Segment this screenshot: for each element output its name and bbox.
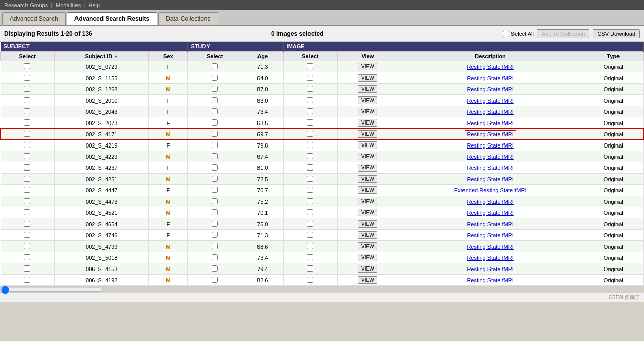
description-cell[interactable]: Resting State fMRI [398,151,583,162]
image-select-checkbox[interactable] [307,176,313,182]
description-link[interactable]: Resting State fMRI [467,109,513,115]
subject-select-cell[interactable] [1,207,55,218]
image-select-checkbox[interactable] [307,75,313,81]
image-select-checkbox[interactable] [307,277,313,283]
view-button[interactable]: VIEW [358,231,377,239]
image-select-cell[interactable] [283,162,337,174]
view-button[interactable]: VIEW [358,85,377,93]
description-link[interactable]: Resting State fMRI [467,199,513,205]
description-link[interactable]: Extended Resting State fMRI [454,187,527,193]
study-select-cell[interactable] [188,275,242,286]
subject-select-cell[interactable] [1,241,55,252]
subject-select-checkbox[interactable] [24,221,30,227]
subject-select-cell[interactable] [1,218,55,230]
csv-download-button[interactable]: CSV Download [593,29,640,38]
view-cell[interactable]: VIEW [338,106,398,117]
study-select-checkbox[interactable] [212,119,218,126]
subject-select-checkbox[interactable] [24,97,30,103]
view-cell[interactable]: VIEW [338,151,398,162]
subject-select-cell[interactable] [1,84,55,95]
image-select-cell[interactable] [283,72,337,84]
subject-select-checkbox[interactable] [24,108,30,114]
image-select-checkbox[interactable] [307,63,313,69]
subject-select-checkbox[interactable] [24,254,30,260]
study-select-cell[interactable] [188,196,242,207]
view-cell[interactable]: VIEW [338,241,398,252]
image-select-cell[interactable] [283,263,337,275]
study-select-cell[interactable] [188,230,242,241]
view-cell[interactable]: VIEW [338,61,398,72]
subject-select-checkbox[interactable] [24,243,30,249]
image-select-cell[interactable] [283,252,337,263]
view-button[interactable]: VIEW [358,265,377,273]
description-link[interactable]: Resting State fMRI [465,130,516,138]
tab-advanced-search[interactable]: Advanced Search [2,12,66,25]
image-select-checkbox[interactable] [307,209,313,215]
image-select-checkbox[interactable] [307,232,313,238]
select-all-label[interactable]: Select All [503,31,534,37]
description-link[interactable]: Resting State fMRI [467,255,513,261]
view-cell[interactable]: VIEW [338,230,398,241]
description-cell[interactable]: Resting State fMRI [398,129,583,140]
view-button[interactable]: VIEW [358,63,377,70]
description-cell[interactable]: Resting State fMRI [398,84,583,95]
view-button[interactable]: VIEW [358,198,377,205]
image-select-cell[interactable] [283,241,337,252]
study-select-checkbox[interactable] [212,187,218,193]
study-select-cell[interactable] [188,140,242,151]
study-select-checkbox[interactable] [212,176,218,182]
description-cell[interactable]: Resting State fMRI [398,207,583,218]
image-select-checkbox[interactable] [307,254,313,260]
table-wrapper[interactable]: SUBJECT STUDY IMAGE Select Subject ID ▼ … [0,42,644,286]
description-cell[interactable]: Resting State fMRI [398,106,583,117]
description-cell[interactable]: Resting State fMRI [398,241,583,252]
study-select-checkbox[interactable] [212,97,218,103]
study-select-checkbox[interactable] [212,198,218,204]
image-select-checkbox[interactable] [307,142,313,148]
image-select-checkbox[interactable] [307,131,313,137]
study-select-checkbox[interactable] [212,75,218,81]
study-select-cell[interactable] [188,151,242,162]
image-select-cell[interactable] [283,218,337,230]
image-select-cell[interactable] [283,174,337,185]
study-select-cell[interactable] [188,72,242,84]
view-button[interactable]: VIEW [358,220,377,228]
image-select-checkbox[interactable] [307,108,313,114]
view-cell[interactable]: VIEW [338,95,398,106]
description-link[interactable]: Resting State fMRI [467,176,513,182]
image-select-checkbox[interactable] [307,221,313,227]
nav-help[interactable]: Help [88,2,100,8]
description-link[interactable]: Resting State fMRI [467,266,513,272]
view-cell[interactable]: VIEW [338,218,398,230]
subject-select-cell[interactable] [1,61,55,72]
description-cell[interactable]: Resting State fMRI [398,140,583,151]
description-cell[interactable]: Resting State fMRI [398,252,583,263]
image-select-cell[interactable] [283,84,337,95]
study-select-cell[interactable] [188,218,242,230]
image-select-cell[interactable] [283,61,337,72]
view-button[interactable]: VIEW [358,254,377,261]
study-select-checkbox[interactable] [212,232,218,238]
study-select-cell[interactable] [188,207,242,218]
subject-select-checkbox[interactable] [24,86,30,92]
view-button[interactable]: VIEW [358,209,377,216]
add-to-collection-button[interactable]: Add To Collection [537,29,589,38]
description-cell[interactable]: Resting State fMRI [398,117,583,129]
view-cell[interactable]: VIEW [338,174,398,185]
study-select-cell[interactable] [188,95,242,106]
subject-select-cell[interactable] [1,117,55,129]
image-select-checkbox[interactable] [307,265,313,272]
image-select-cell[interactable] [283,207,337,218]
study-select-checkbox[interactable] [212,243,218,249]
subject-select-cell[interactable] [1,72,55,84]
subject-select-cell[interactable] [1,196,55,207]
study-select-checkbox[interactable] [212,265,218,272]
study-select-checkbox[interactable] [212,164,218,170]
study-select-checkbox[interactable] [212,221,218,227]
col-subject-id[interactable]: Subject ID ▼ [55,52,149,61]
view-cell[interactable]: VIEW [338,196,398,207]
view-cell[interactable]: VIEW [338,275,398,286]
image-select-checkbox[interactable] [307,243,313,249]
subject-select-checkbox[interactable] [24,164,30,170]
view-cell[interactable]: VIEW [338,117,398,129]
